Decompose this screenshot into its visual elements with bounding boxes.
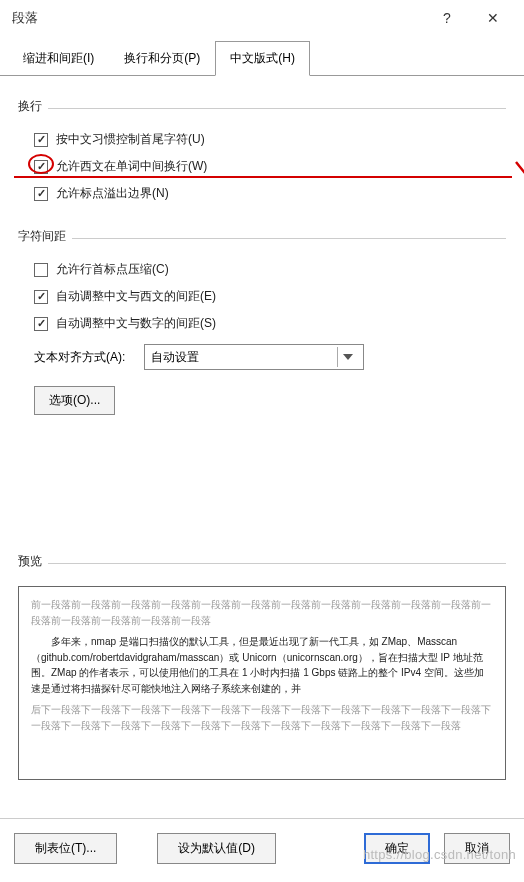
checkbox-row-compress-punct[interactable]: 允许行首标点压缩(C) (34, 261, 506, 278)
annotation-checkmark-icon (514, 148, 524, 176)
ok-button[interactable]: 确定 (364, 833, 430, 864)
annotation-circle-icon (28, 154, 54, 174)
select-value: 自动设置 (151, 349, 199, 366)
panel-asian: 换行 按中文习惯控制首尾字符(U) 允许西文在单词中间换行(W) 允许标点溢出边… (0, 76, 524, 786)
checkbox-label: 自动调整中文与西文的间距(E) (56, 288, 216, 305)
options-button[interactable]: 选项(O)... (34, 386, 115, 415)
text-alignment-label: 文本对齐方式(A): (34, 349, 144, 366)
tab-pagination[interactable]: 换行和分页(P) (109, 41, 215, 76)
checkbox-label: 允许标点溢出边界(N) (56, 185, 169, 202)
checkbox-label: 自动调整中文与数字的间距(S) (56, 315, 216, 332)
preview-sample-text: 多年来，nmap 是端口扫描仪的默认工具，但是最近出现了新一代工具，如 ZMap… (31, 634, 493, 696)
tab-asian-typography[interactable]: 中文版式(H) (215, 41, 310, 76)
checkbox-icon[interactable] (34, 290, 48, 304)
checkbox-icon[interactable] (34, 187, 48, 201)
tab-strip: 缩进和间距(I) 换行和分页(P) 中文版式(H) (0, 40, 524, 76)
dialog-footer: 制表位(T)... 设为默认值(D) 确定 取消 (0, 818, 524, 882)
annotation-underline-icon (14, 176, 512, 178)
help-button[interactable]: ? (424, 2, 470, 34)
window-title: 段落 (12, 9, 424, 27)
checkbox-icon[interactable] (34, 263, 48, 277)
chevron-down-icon (337, 347, 357, 367)
checkbox-row-hanging-punct[interactable]: 允许标点溢出边界(N) (34, 185, 506, 202)
tab-indent[interactable]: 缩进和间距(I) (8, 41, 109, 76)
preview-box: 前一段落前一段落前一段落前一段落前一段落前一段落前一段落前一段落前一段落前一段落… (18, 586, 506, 780)
checkbox-row-cn-number-space[interactable]: 自动调整中文与数字的间距(S) (34, 315, 506, 332)
checkbox-label: 允许西文在单词中间换行(W) (56, 158, 207, 175)
checkbox-icon[interactable] (34, 317, 48, 331)
group-linebreak-title: 换行 (18, 98, 42, 115)
text-alignment-select[interactable]: 自动设置 (144, 344, 364, 370)
checkbox-row-first-last-chars[interactable]: 按中文习惯控制首尾字符(U) (34, 131, 506, 148)
checkbox-row-latin-wrap[interactable]: 允许西文在单词中间换行(W) (34, 158, 506, 175)
text-alignment-field: 文本对齐方式(A): 自动设置 (34, 344, 506, 370)
titlebar: 段落 ? ✕ (0, 0, 524, 36)
preview-gray-after: 后下一段落下一段落下一段落下一段落下一段落下一段落下一段落下一段落下一段落下一段… (31, 702, 493, 733)
cancel-button[interactable]: 取消 (444, 833, 510, 864)
checkbox-label: 允许行首标点压缩(C) (56, 261, 169, 278)
set-default-button[interactable]: 设为默认值(D) (157, 833, 276, 864)
checkbox-label: 按中文习惯控制首尾字符(U) (56, 131, 205, 148)
close-button[interactable]: ✕ (470, 2, 516, 34)
group-spacing-title: 字符间距 (18, 228, 66, 245)
checkbox-icon[interactable] (34, 133, 48, 147)
checkbox-row-cn-latin-space[interactable]: 自动调整中文与西文的间距(E) (34, 288, 506, 305)
preview-gray-before: 前一段落前一段落前一段落前一段落前一段落前一段落前一段落前一段落前一段落前一段落… (31, 597, 493, 628)
tabs-button[interactable]: 制表位(T)... (14, 833, 117, 864)
group-preview-title: 预览 (18, 553, 42, 570)
